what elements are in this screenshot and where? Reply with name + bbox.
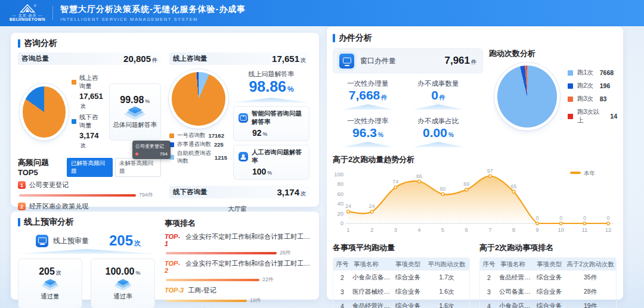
- faq-item[interactable]: 1公司变更登记 794件: [18, 181, 161, 199]
- gem-icon: [122, 108, 148, 119]
- svg-text:80: 80: [337, 181, 343, 187]
- consult-analysis-panel: 咨询分析 咨询总量 20,805件 线上咨询量 17,651次 线下咨询量 3,…: [11, 33, 319, 207]
- robot-icon: [239, 113, 248, 123]
- online-rate-value: 98.86%: [233, 79, 309, 97]
- title-bar-icon: [18, 218, 20, 226]
- svg-text:11: 11: [581, 226, 587, 233]
- bar[interactable]: [166, 279, 259, 281]
- svg-text:2: 2: [370, 226, 373, 233]
- gem-icon: [112, 280, 134, 289]
- svg-text:1: 1: [346, 226, 349, 233]
- rank-badge: 1: [18, 181, 26, 189]
- answer-rate-card: 智能问答咨询问题解答率 92%: [233, 106, 309, 141]
- svg-text:12: 12: [605, 226, 612, 233]
- svg-text:9: 9: [535, 226, 538, 233]
- ranking-item[interactable]: TOP-3工商-登记 19件: [165, 286, 314, 304]
- svg-text:100: 100: [334, 171, 343, 178]
- svg-text:7: 7: [488, 226, 491, 233]
- pie-legend-item: 跑3次以上14: [568, 108, 617, 125]
- table-row: 2小食杂店备案新办综合业务1.7次: [333, 270, 469, 285]
- bar[interactable]: [19, 194, 136, 197]
- svg-text:86: 86: [416, 173, 422, 179]
- stat-first-pass-volume: 一次性办理量 7,668件: [333, 79, 403, 110]
- online-consult-pie[interactable]: [172, 72, 225, 126]
- offline-consult-header: 线下咨询量 3,174次: [169, 186, 309, 198]
- app-subtitle: INTELLIGENT SERVICE MANAGEMENT SYSTEM: [60, 17, 246, 22]
- table-row: 4食品经营许可延续综合业务1.6次: [333, 299, 469, 308]
- title-bar-icon: [18, 39, 20, 48]
- online-pie-legend: 一号咨询数17162 亦事通咨询数225 自助机查询咨询数1215: [169, 132, 227, 165]
- cases-panel: 办件分析 窗口办件量 7,961件 一次性办理量 7,668件 办不成: [327, 27, 623, 300]
- svg-text:20: 20: [337, 210, 343, 217]
- tooltip-dot: [135, 153, 138, 155]
- precheck-section-title: 线上预审分析: [18, 217, 155, 228]
- pie-legend-item: 跑1次7668: [568, 69, 617, 77]
- svg-text:0: 0: [559, 215, 562, 221]
- svg-text:60: 60: [439, 186, 445, 192]
- runs-legend: 跑1次7668 跑2次196 跑3次83 跑3次以上14: [568, 64, 617, 129]
- bar[interactable]: [166, 252, 277, 254]
- consult-total-legend: 线上咨询量 17,651次 线下咨询量 3,174次: [72, 71, 103, 153]
- cases-section-title: 办件分析: [333, 33, 617, 43]
- svg-text:本年: 本年: [584, 170, 596, 176]
- pie-legend-item: 线下咨询量 3,174次: [72, 113, 103, 150]
- runs-title: 跑动次数分析: [489, 48, 617, 59]
- consult-total-header: 咨询总量 20,805件: [18, 52, 161, 65]
- consult-total-pie[interactable]: [23, 86, 66, 138]
- stat-failed-rate: 办不成事占比 0.00%: [403, 117, 473, 147]
- bar[interactable]: [166, 300, 247, 302]
- svg-text:24: 24: [369, 203, 375, 209]
- app-header: — 北京·亦庄 — BEIJINGETOWN 智慧大厅分析决策系统-无缝化服务体…: [0, 0, 644, 26]
- svg-text:6: 6: [465, 226, 468, 233]
- trend-chart-svg[interactable]: 0204060801002412427438646056969776580901…: [333, 166, 617, 238]
- window-volume-banner: 窗口办件量 7,961件: [333, 48, 483, 73]
- person-icon: [239, 152, 248, 161]
- gt2-runs-table[interactable]: 序号事项名称事项类型高于2次跑动次数 2食品经营许可新办综合业务35件 3公司备…: [479, 257, 617, 308]
- logo-cn-text: — 北京·亦庄 —: [13, 14, 42, 18]
- answer-rate-card: 人工咨询问题解答率 100%: [233, 145, 309, 180]
- stat-failed-count: 办不成事数量 0件: [403, 79, 473, 110]
- avg-runs-table-title: 各事项平均跑动量: [333, 242, 470, 253]
- window-volume-value: 7,961件: [444, 55, 476, 67]
- window-icon: [339, 54, 354, 69]
- pie-legend-item: 跑2次196: [568, 82, 617, 90]
- table-header-row: 序号事项名称事项类型平均跑动次数: [333, 258, 469, 270]
- online-rate-label: 线上问题解答率: [233, 70, 309, 79]
- preaudit-value: 205次: [109, 232, 141, 249]
- svg-text:97: 97: [487, 168, 493, 174]
- svg-text:5: 5: [441, 226, 444, 233]
- ranking-item[interactable]: TOP-2企业实行不定时工作制和综合计算工时工作制-延续 22件: [165, 259, 314, 284]
- online-consult-header: 线上咨询量 17,651次: [169, 52, 309, 65]
- stat-first-pass-rate: 一次性办理率 96.3%: [333, 117, 403, 147]
- svg-text:60: 60: [337, 191, 343, 197]
- ranking-item[interactable]: TOP-1企业实行不定时工作制和综合计算工时工作制-新办 26件: [165, 232, 314, 257]
- avg-runs-table[interactable]: 序号事项名称事项类型平均跑动次数 2小食杂店备案新办综合业务1.7次 3医疗器械…: [333, 257, 470, 308]
- table-row: 3医疗器械经营许...综合业务1.6次: [333, 285, 469, 299]
- svg-text:0: 0: [583, 215, 586, 221]
- header-divider: [52, 6, 53, 20]
- runs-pie[interactable]: [497, 66, 557, 127]
- trend-line-chart[interactable]: 0204060801002412427438646056969776580901…: [333, 166, 617, 240]
- svg-text:0: 0: [340, 220, 343, 226]
- table-header-row: 序号事项名称事项类型高于2次跑动次数: [480, 258, 616, 270]
- tab-unanswered-faq[interactable]: 未解答高频问题: [115, 158, 161, 177]
- app-title: 智慧大厅分析决策系统-无缝化服务体验-办成事: [60, 4, 246, 15]
- svg-text:74: 74: [392, 179, 398, 185]
- table-row: 3公司备案登记综合业务28件: [480, 285, 616, 299]
- ranking-title: 事项排名: [165, 218, 314, 229]
- svg-text:0: 0: [536, 215, 539, 221]
- preaudit-label: 线上预审量: [53, 236, 89, 246]
- tab-answered-faq[interactable]: 已解答高频问题: [67, 158, 113, 177]
- logo-en-text: BEIJINGETOWN: [10, 17, 45, 22]
- logo: — 北京·亦庄 — BEIJINGETOWN: [10, 4, 45, 22]
- svg-text:69: 69: [463, 181, 469, 187]
- svg-text:3: 3: [394, 226, 397, 233]
- faq-title: 高频问题TOP5: [18, 157, 67, 177]
- svg-text:4: 4: [417, 226, 420, 233]
- svg-text:40: 40: [337, 200, 343, 207]
- pie-legend-item: 一号咨询数17162: [169, 132, 227, 139]
- preaudit-icon: [36, 235, 48, 247]
- logo-icon: [18, 4, 36, 14]
- svg-text:24: 24: [345, 203, 351, 209]
- svg-text:8: 8: [512, 226, 515, 233]
